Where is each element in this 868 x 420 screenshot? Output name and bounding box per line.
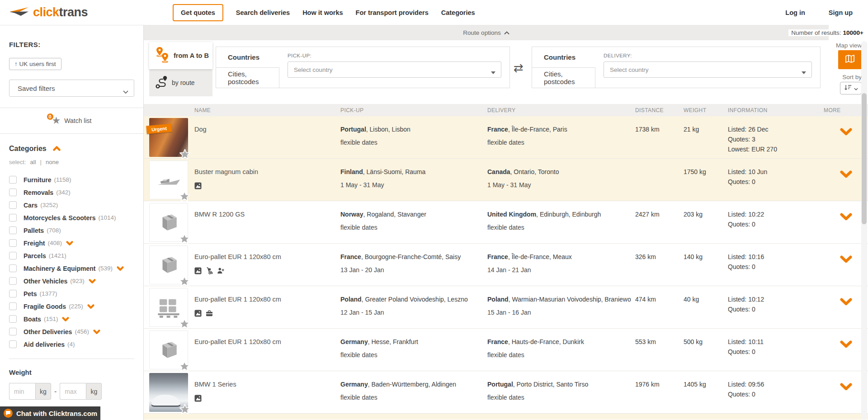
weight-max-input[interactable] xyxy=(60,383,86,400)
watch-list-button[interactable]: ★ 0 Watch list xyxy=(0,108,143,133)
nav-how-it-works[interactable]: How it works xyxy=(302,9,343,16)
category-item[interactable]: Machinery & Equipment (539) xyxy=(9,262,134,274)
category-item[interactable]: Pets (1377) xyxy=(9,288,134,300)
saved-filters-select[interactable]: Saved filters xyxy=(9,80,134,97)
nav-categories[interactable]: Categories xyxy=(441,9,475,16)
listing-thumbnail[interactable] xyxy=(149,245,188,284)
distance-value: 474 km xyxy=(635,286,684,328)
vertical-scrollbar[interactable] xyxy=(861,41,867,420)
expand-row-chevron-icon[interactable] xyxy=(840,298,852,306)
category-checkbox[interactable] xyxy=(9,315,17,323)
category-checkbox[interactable] xyxy=(9,239,17,247)
nav-for-transport-providers[interactable]: For transport providers xyxy=(356,9,429,16)
swap-directions-icon[interactable]: ⇄ xyxy=(514,62,524,74)
listing-thumbnail[interactable]: Urgent xyxy=(149,118,188,157)
category-checkbox[interactable] xyxy=(9,227,17,234)
expand-row-chevron-icon[interactable] xyxy=(840,383,852,391)
listing-thumbnail[interactable] xyxy=(149,203,188,242)
select-all-link[interactable]: all xyxy=(30,159,36,165)
listing-name[interactable]: BMW 1 Series xyxy=(194,381,340,388)
pickup-country-select[interactable]: Select country xyxy=(288,61,501,78)
category-item[interactable]: Aid deliveries (4) xyxy=(9,338,134,350)
category-checkbox[interactable] xyxy=(9,302,17,310)
tab-from-a-to-b[interactable]: from A to B xyxy=(149,42,212,69)
weight-min-input[interactable] xyxy=(9,383,35,400)
chevron-down-icon[interactable] xyxy=(87,304,94,309)
table-row[interactable]: BMW R 1200 GS Norway, Rogaland, Stavange… xyxy=(144,201,868,244)
listing-thumbnail[interactable] xyxy=(149,373,188,412)
clicktrans-logo[interactable]: clicktrans xyxy=(9,5,88,19)
listing-thumbnail[interactable] xyxy=(149,160,188,199)
categories-header[interactable]: Categories xyxy=(9,145,134,153)
category-item[interactable]: Boats (151) xyxy=(9,313,134,325)
select-none-link[interactable]: none xyxy=(46,159,59,165)
watchlist-star-icon[interactable] xyxy=(179,190,190,202)
chevron-down-icon[interactable] xyxy=(66,241,73,245)
pickup-tab-cities[interactable]: Cities, postcodes xyxy=(216,67,279,88)
delivery-country-select[interactable]: Select country xyxy=(604,61,812,78)
table-row[interactable]: BMW 1 Series Germany, Baden-Württemberg,… xyxy=(144,371,868,414)
table-row[interactable]: Urgent Dog Portugal, Lisbon, Lisbon flex… xyxy=(144,116,868,159)
category-item[interactable]: Other Deliveries (456) xyxy=(9,326,134,338)
listing-thumbnail[interactable] xyxy=(149,330,188,369)
expand-row-chevron-icon[interactable] xyxy=(840,213,852,221)
category-item[interactable]: Other Vehicles (923) xyxy=(9,275,134,287)
listing-name[interactable]: Euro-pallet EUR 1 120x80 cm xyxy=(194,253,340,260)
category-checkbox[interactable] xyxy=(9,189,17,196)
nav-get-quotes[interactable]: Get quotes xyxy=(173,4,223,21)
sort-by-button[interactable] xyxy=(840,82,862,94)
table-row[interactable]: Euro-pallet EUR 1 120x80 cm Germany, Hes… xyxy=(144,329,868,371)
category-item[interactable]: Removals (342) xyxy=(9,186,134,198)
category-checkbox[interactable] xyxy=(9,340,17,348)
table-row[interactable]: Euro-pallet EUR 1 120x80 cm France, Bour… xyxy=(144,244,868,286)
watchlist-star-icon[interactable] xyxy=(179,233,190,245)
table-row[interactable]: Buster magnum cabin Finland, Länsi-Suomi… xyxy=(144,159,868,201)
watchlist-star-icon[interactable] xyxy=(179,318,190,330)
route-options-toggle[interactable]: Route options xyxy=(463,29,509,36)
map-view-button[interactable] xyxy=(838,50,862,69)
category-checkbox[interactable] xyxy=(9,201,17,209)
category-item[interactable]: Freight (408) xyxy=(9,237,134,249)
category-checkbox[interactable] xyxy=(9,176,17,184)
category-item[interactable]: Fragile Goods (225) xyxy=(9,300,134,312)
watchlist-star-icon[interactable] xyxy=(179,275,190,287)
listing-name[interactable]: BMW R 1200 GS xyxy=(194,211,340,218)
chevron-down-icon[interactable] xyxy=(62,317,69,321)
expand-row-chevron-icon[interactable] xyxy=(840,340,852,348)
chevron-down-icon[interactable] xyxy=(93,330,100,334)
nav-search-deliveries[interactable]: Search deliveries xyxy=(236,9,290,16)
category-checkbox[interactable] xyxy=(9,214,17,222)
expand-row-chevron-icon[interactable] xyxy=(840,170,852,178)
pickup-tab-countries[interactable]: Countries xyxy=(216,47,279,67)
category-checkbox[interactable] xyxy=(9,328,17,335)
listing-name[interactable]: Buster magnum cabin xyxy=(194,168,340,175)
category-checkbox[interactable] xyxy=(9,277,17,285)
watchlist-star-icon[interactable] xyxy=(179,403,191,415)
category-item[interactable]: Pallets (708) xyxy=(9,224,134,236)
signup-button[interactable]: Sign up xyxy=(829,9,853,16)
category-item[interactable]: Cars (3252) xyxy=(9,199,134,211)
category-checkbox[interactable] xyxy=(9,290,17,297)
category-item[interactable]: Motorcycles & Scooters (1014) xyxy=(9,212,134,224)
category-item[interactable]: Furniture (1158) xyxy=(9,174,134,186)
tab-by-route[interactable]: by route xyxy=(149,69,212,96)
listing-thumbnail[interactable] xyxy=(149,288,188,327)
scrollbar-thumb[interactable] xyxy=(862,93,867,224)
delivery-tab-cities[interactable]: Cities, postcodes xyxy=(532,67,595,88)
expand-row-chevron-icon[interactable] xyxy=(840,128,852,136)
chevron-down-icon[interactable] xyxy=(89,279,96,283)
category-checkbox[interactable] xyxy=(9,264,17,272)
delivery-tab-countries[interactable]: Countries xyxy=(532,47,595,67)
expand-row-chevron-icon[interactable] xyxy=(840,255,852,263)
chevron-down-icon[interactable] xyxy=(117,266,124,271)
listing-name[interactable]: Euro-pallet EUR 1 120x80 cm xyxy=(194,296,340,303)
category-item[interactable]: Parcels (1421) xyxy=(9,250,134,262)
chat-widget[interactable]: Chat with Clicktrans.com xyxy=(0,406,100,420)
category-checkbox[interactable] xyxy=(9,252,17,260)
listing-name[interactable]: Euro-pallet EUR 1 120x80 cm xyxy=(194,338,340,345)
watchlist-star-icon[interactable] xyxy=(179,360,190,372)
listing-name[interactable]: Dog xyxy=(194,126,340,133)
table-row[interactable]: Euro-pallet EUR 1 120x80 cm Poland, Grea… xyxy=(144,286,868,329)
login-button[interactable]: Log in xyxy=(785,9,805,16)
uk-users-first-chip[interactable]: ↑ UK users first xyxy=(9,58,61,70)
